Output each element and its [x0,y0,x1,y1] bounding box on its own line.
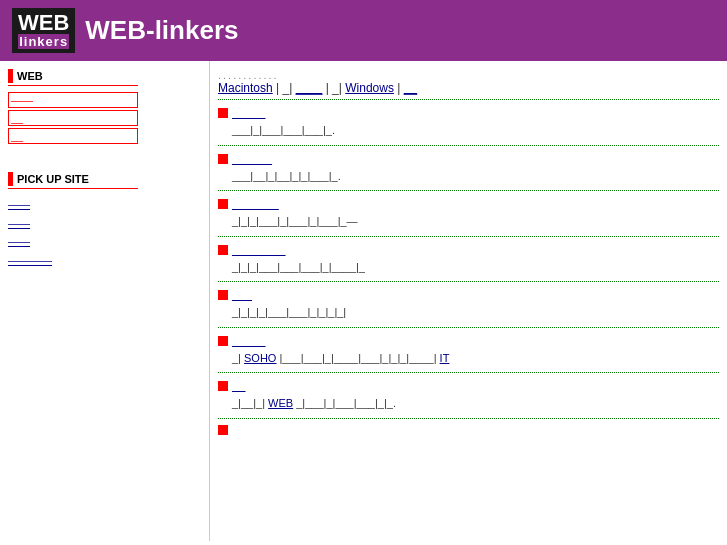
row-title-link-5[interactable]: ___ [232,288,252,302]
row-title-line-3: _______ [218,197,719,211]
content-row-6: _____ _| SOHO |___|___|_|____|___|_|_|_|… [218,330,719,374]
row-title-link-6[interactable]: _____ [232,334,265,348]
row-red-square-3 [218,199,228,209]
sidebar-section-web-label: WEB [17,70,43,82]
row-desc-2: ___|__|_|__|_|_|___|_. [218,168,719,185]
header: WEB linkers WEB-linkers [0,0,727,61]
main-layout: WEB PICK UP SITE —— —— —— ———— .........… [0,61,727,541]
sidebar-section-pickup: PICK UP SITE [8,172,201,186]
row-title-line-8 [218,425,719,435]
sidebar-link-3[interactable]: —— [8,232,201,251]
row-desc-4: _|_|_|___|___|___|_|____|_ [218,259,719,276]
logo-web: WEB [18,12,69,34]
sidebar-section-pickup-label: PICK UP SITE [17,173,89,185]
row-title-link-2[interactable]: ______ [232,152,272,166]
content-row-2: ______ ___|__|_|__|_|_|___|_. [218,148,719,192]
content-row-8 [218,421,719,443]
top-dots: ............ [218,69,719,81]
row-desc-7: _|__|_| WEB _|___|_|___|___|_|_. [218,395,719,412]
sidebar: WEB PICK UP SITE —— —— —— ———— [0,61,210,541]
sidebar-link-4[interactable]: ———— [8,251,201,270]
row-title-line-5: ___ [218,288,719,302]
row-desc-3: _|_|_|___|_|___|_|___|_— [218,213,719,230]
row-red-square-6 [218,336,228,346]
sidebar-links: —— —— —— ———— [8,195,201,270]
row-desc-5: _|_|_|_|___|___|_|_|_|_| [218,304,719,321]
web-search-input-2[interactable] [8,110,138,126]
it-link[interactable]: IT [440,352,450,364]
row-red-square-7 [218,381,228,391]
row-red-square-5 [218,290,228,300]
logo-box: WEB linkers [12,8,75,53]
content-row-7: __ _|__|_| WEB _|___|_|___|___|_|_. [218,375,719,419]
web-search-input-3[interactable] [8,128,138,144]
content-row-4: ________ _|_|_|___|___|___|_|____|_ [218,239,719,283]
top-link-blank2[interactable]: __ [404,81,417,95]
top-link-blank1[interactable]: ____ [296,81,323,95]
content-row-1: _____ ___|_|___|___|___|_. [218,102,719,146]
row-title-line-6: _____ [218,334,719,348]
row-desc-6: _| SOHO |___|___|_|____|___|_|_|_|____| … [218,350,719,367]
content-row-3: _______ _|_|_|___|_|___|_|___|_— [218,193,719,237]
web-link[interactable]: WEB [268,397,293,409]
row-title-link-1[interactable]: _____ [232,106,265,120]
sidebar-link-2[interactable]: —— [8,214,201,233]
sidebar-divider-1 [8,85,138,86]
top-link-windows[interactable]: Windows [345,81,394,95]
top-area: ............ Macintosh | _| ____ | _| Wi… [218,65,719,100]
row-red-square-8 [218,425,228,435]
row-title-line-4: ________ [218,243,719,257]
row-red-square-2 [218,154,228,164]
row-red-square-1 [218,108,228,118]
sidebar-divider-2 [8,188,138,189]
top-links: Macintosh | _| ____ | _| Windows | __ [218,81,719,95]
red-bar-icon-2 [8,172,13,186]
red-bar-icon [8,69,13,83]
row-title-line-2: ______ [218,152,719,166]
logo-linkers: linkers [18,34,69,49]
sidebar-link-1[interactable]: —— [8,195,201,214]
content-area: ............ Macintosh | _| ____ | _| Wi… [210,61,727,541]
row-title-line-1: _____ [218,106,719,120]
row-title-link-4[interactable]: ________ [232,243,285,257]
row-desc-1: ___|_|___|___|___|_. [218,122,719,139]
row-title-link-3[interactable]: _______ [232,197,279,211]
row-title-line-7: __ [218,379,719,393]
content-row-5: ___ _|_|_|_|___|___|_|_|_|_| [218,284,719,328]
row-red-square-4 [218,245,228,255]
top-link-macintosh[interactable]: Macintosh [218,81,273,95]
header-title: WEB-linkers [85,15,238,46]
soho-link[interactable]: SOHO [244,352,276,364]
row-title-link-7[interactable]: __ [232,379,245,393]
sidebar-section-web: WEB [8,69,201,83]
web-search-input-1[interactable] [8,92,138,108]
